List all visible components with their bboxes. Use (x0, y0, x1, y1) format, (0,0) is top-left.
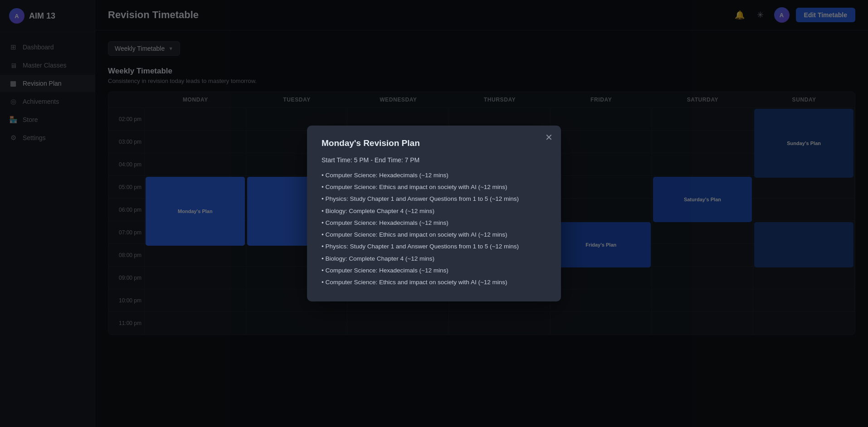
modal-item-8: Computer Science: Hexadecimals (~12 mins… (322, 266, 546, 275)
modal-item-2: Physics: Study Chapter 1 and Answer Ques… (322, 194, 546, 204)
monday-revision-modal: Monday's Revision Plan ✕ Start Time: 5 P… (307, 126, 561, 302)
modal-item-5: Computer Science: Ethics and impact on s… (322, 230, 546, 239)
modal-item-3: Biology: Complete Chapter 4 (~12 mins) (322, 207, 546, 216)
modal-item-1: Computer Science: Ethics and impact on s… (322, 183, 546, 192)
modal-item-4: Computer Science: Hexadecimals (~12 mins… (322, 218, 546, 228)
modal-close-button[interactable]: ✕ (545, 133, 553, 142)
modal-item-0: Computer Science: Hexadecimals (~12 mins… (322, 171, 546, 180)
modal-item-9: Computer Science: Ethics and impact on s… (322, 278, 546, 287)
modal-time-range: Start Time: 5 PM - End Time: 7 PM (322, 156, 546, 164)
modal-item-6: Physics: Study Chapter 1 and Answer Ques… (322, 242, 546, 251)
modal-items-list: Computer Science: Hexadecimals (~12 mins… (322, 171, 546, 287)
modal-title: Monday's Revision Plan (322, 138, 546, 148)
modal-item-7: Biology: Complete Chapter 4 (~12 mins) (322, 254, 546, 263)
modal-overlay[interactable]: Monday's Revision Plan ✕ Start Time: 5 P… (0, 0, 868, 427)
